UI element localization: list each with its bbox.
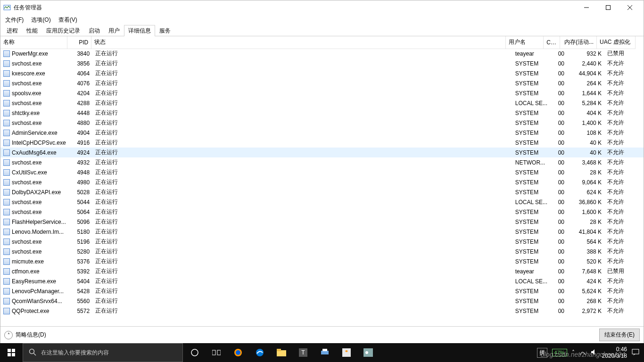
cell-uac: 不允许	[604, 98, 644, 108]
col-uac-header[interactable]: UAC 虚拟化	[596, 36, 635, 49]
table-row[interactable]: LenovoPcManager...5428正在运行SYSTEM005,624 …	[0, 286, 644, 296]
taskbar-search[interactable]: 在这里输入你要搜索的内容	[23, 343, 183, 362]
cell-uac: 不允许	[604, 276, 644, 286]
cell-status: 正在运行	[92, 296, 512, 306]
tab-0[interactable]: 进程	[2, 25, 22, 36]
table-row[interactable]: svchost.exe4288正在运行LOCAL SE...005,284 K不…	[0, 98, 644, 108]
table-row[interactable]: ctfmon.exe5392正在运行teayear007,648 K已禁用	[0, 266, 644, 276]
table-row[interactable]: AdminService.exe4904正在运行SYSTEM00108 K不允许	[0, 128, 644, 138]
table-row[interactable]: PowerMgr.exe3840正在运行teayear00932 K已禁用	[0, 49, 644, 58]
close-button[interactable]	[619, 0, 641, 15]
battery-indicator[interactable]: 47%	[552, 349, 567, 356]
action-center-icon[interactable]	[632, 349, 639, 357]
col-status-header[interactable]: 状态	[91, 36, 506, 49]
cell-status: 正在运行	[92, 276, 512, 286]
titlebar[interactable]: 任务管理器	[0, 0, 644, 15]
table-row[interactable]: QcomWlanSrvx64...5560正在运行SYSTEM00268 K不允…	[0, 296, 644, 306]
cell-cpu: 00	[551, 49, 567, 58]
tab-1[interactable]: 性能	[22, 25, 42, 36]
table-row[interactable]: spoolsv.exe4204正在运行SYSTEM001,644 K不允许	[0, 88, 644, 98]
tab-6[interactable]: 服务	[155, 25, 175, 36]
process-icon	[3, 239, 10, 245]
task-view-icon[interactable]	[206, 343, 227, 362]
clock[interactable]: 0:46 2020/3/18	[602, 346, 627, 360]
table-row[interactable]: Lenovo.Modern.Im...5180正在运行SYSTEM0041,80…	[0, 227, 644, 237]
taskbar[interactable]: 在这里输入你要搜索的内容 T 拼 47% ˄ 0:46 2020/3/18	[0, 343, 644, 362]
app-icon-misc[interactable]	[357, 343, 379, 362]
table-row[interactable]: svchost.exe5196正在运行SYSTEM00564 K不允许	[0, 237, 644, 247]
table-row[interactable]: svchost.exe4980正在运行SYSTEM009,064 K不允许	[0, 177, 644, 187]
tab-4[interactable]: 用户	[104, 25, 124, 36]
cell-mem: 28 K	[567, 217, 604, 227]
app-icon-t[interactable]: T	[292, 343, 314, 362]
table-row[interactable]: FlashHelperService...5096正在运行SYSTEM0028 …	[0, 217, 644, 227]
table-row[interactable]: svchost.exe4880正在运行SYSTEM001,400 K不允许	[0, 118, 644, 128]
cell-uac: 不允许	[604, 167, 644, 177]
cell-status: 正在运行	[92, 306, 512, 316]
menu-item-0[interactable]: 文件(F)	[2, 15, 26, 25]
app-icon-printer[interactable]	[314, 343, 336, 362]
svg-rect-2	[606, 6, 611, 10]
ime-indicator[interactable]: 拼	[537, 348, 547, 358]
end-task-button[interactable]: 结束任务(E)	[599, 329, 640, 341]
table-row[interactable]: kxescore.exe4064正在运行SYSTEM0044,904 K不允许	[0, 68, 644, 78]
table-row[interactable]: DolbyDAX2API.exe5028正在运行SYSTEM00624 K不允许	[0, 187, 644, 197]
cell-pid: 4924	[68, 148, 92, 157]
process-icon	[3, 189, 10, 196]
maximize-button[interactable]	[597, 0, 619, 15]
table-row[interactable]: svchost.exe4932正在运行NETWOR...003,468 K不允许	[0, 157, 644, 167]
file-explorer-icon[interactable]	[271, 343, 292, 362]
table-row[interactable]: micmute.exe5376正在运行SYSTEM00520 K不允许	[0, 256, 644, 266]
table-row[interactable]: EasyResume.exe5404正在运行LOCAL SE...00424 K…	[0, 276, 644, 286]
volume-icon[interactable]	[591, 349, 597, 357]
process-icon	[3, 159, 10, 166]
process-name: spoolsv.exe	[12, 90, 41, 97]
col-pid-header[interactable]: PID	[67, 36, 91, 49]
table-row[interactable]: shtctky.exe4448正在运行SYSTEM00404 K不允许	[0, 108, 644, 118]
cell-pid: 5572	[68, 306, 92, 316]
col-mem-header[interactable]: 内存(活动...	[560, 36, 597, 49]
cell-pid: 4204	[68, 88, 92, 98]
process-name: QcomWlanSrvx64...	[12, 298, 62, 304]
cortana-icon[interactable]	[184, 343, 206, 362]
tab-5[interactable]: 详细信息	[124, 25, 155, 36]
network-icon[interactable]	[579, 349, 586, 357]
tab-3[interactable]: 启动	[84, 25, 104, 36]
cell-mem: 3,468 K	[567, 157, 604, 167]
col-name-header[interactable]: 名称	[0, 36, 67, 49]
menu-item-1[interactable]: 选项(O)	[28, 15, 53, 25]
firefox-icon[interactable]	[227, 343, 249, 362]
cell-uac: 不允许	[604, 58, 644, 68]
table-row[interactable]: svchost.exe4076正在运行SYSTEM00264 K不允许	[0, 78, 644, 88]
table-row[interactable]: IntelCpHDCPSvc.exe4916正在运行SYSTEM0040 K不允…	[0, 138, 644, 148]
cell-user: SYSTEM	[512, 118, 551, 128]
col-cpu-header[interactable]: CPU	[544, 36, 560, 49]
cell-cpu: 00	[551, 157, 567, 167]
tray-chevron-up-icon[interactable]: ˄	[572, 349, 575, 356]
cell-uac: 不允许	[604, 247, 644, 256]
system-tray[interactable]: 拼 47% ˄ 0:46 2020/3/18	[532, 346, 644, 360]
table-row[interactable]: CxAudMsg64.exe4924正在运行SYSTEM0040 K不允许	[0, 148, 644, 157]
table-row[interactable]: CxUtilSvc.exe4948正在运行SYSTEM0028 K不允许	[0, 167, 644, 177]
cell-cpu: 00	[551, 266, 567, 276]
tab-2[interactable]: 应用历史记录	[42, 25, 84, 36]
cell-pid: 4064	[68, 68, 92, 78]
process-name: svchost.exe	[12, 159, 41, 166]
cell-status: 正在运行	[92, 108, 512, 118]
menubar: 文件(F)选项(O)查看(V)	[0, 15, 644, 25]
java-icon[interactable]	[336, 343, 357, 362]
process-list-scroll[interactable]: PowerMgr.exe3840正在运行teayear00932 K已禁用svc…	[0, 49, 644, 326]
edge-icon[interactable]	[249, 343, 271, 362]
menu-item-2[interactable]: 查看(V)	[56, 15, 80, 25]
col-user-header[interactable]: 用户名	[506, 36, 544, 49]
minimize-button[interactable]	[576, 0, 597, 15]
table-row[interactable]: svchost.exe3856正在运行SYSTEM002,440 K不允许	[0, 58, 644, 68]
cell-user: SYSTEM	[512, 217, 551, 227]
table-row[interactable]: svchost.exe5044正在运行LOCAL SE...0036,860 K…	[0, 197, 644, 207]
table-row[interactable]: QQProtect.exe5572正在运行SYSTEM002,972 K不允许	[0, 306, 644, 316]
table-row[interactable]: svchost.exe5064正在运行SYSTEM001,600 K不允许	[0, 207, 644, 217]
fewer-details-button[interactable]: ˄ 简略信息(D)	[4, 331, 46, 339]
start-button[interactable]	[0, 343, 23, 362]
table-row[interactable]: svchost.exe5280正在运行SYSTEM00388 K不允许	[0, 247, 644, 256]
cell-cpu: 00	[551, 207, 567, 217]
